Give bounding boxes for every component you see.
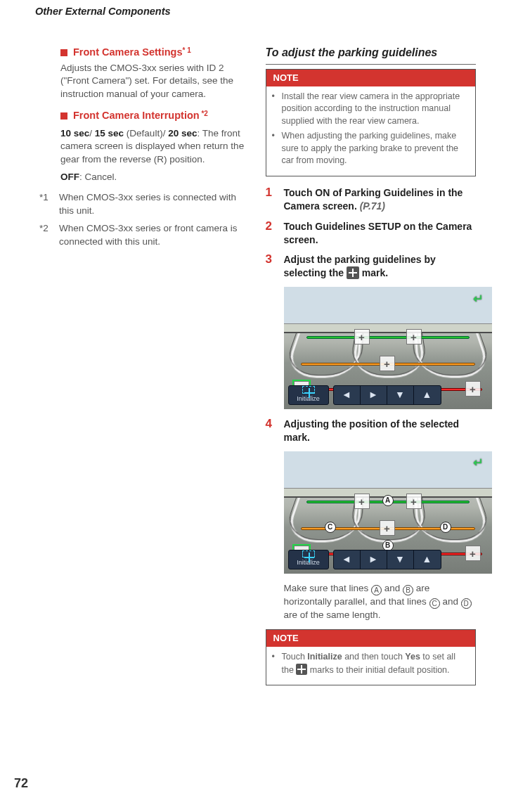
step-text: Touch xyxy=(284,187,316,198)
adjust-guidelines-title: To adjust the parking guidelines xyxy=(266,45,477,64)
back-icon[interactable]: ↵ xyxy=(470,456,488,471)
step-1: 1 Touch ON of Parking Guidelines in the … xyxy=(266,186,477,213)
heading-text: Front Camera Settings xyxy=(73,46,183,58)
step-4: 4 Adjusting the position of the selected… xyxy=(266,418,477,444)
step-text: mark. xyxy=(359,267,388,278)
plus-mark[interactable]: + xyxy=(380,356,395,371)
t: and xyxy=(440,596,461,607)
post-image-note: Make sure that lines A and B are horizon… xyxy=(266,582,477,622)
note-label: NOTE xyxy=(266,70,476,86)
plus-mark[interactable]: + xyxy=(406,494,422,509)
front-camera-interruption-heading: Front Camera Interruption *2 xyxy=(60,108,246,122)
label-A: A xyxy=(382,495,394,506)
plus-mark[interactable]: + xyxy=(380,520,395,536)
front-camera-settings-body: Adjusts the CMOS-3xx series with ID 2 ("… xyxy=(60,62,246,102)
plus-mark[interactable]: + xyxy=(465,381,481,397)
heading-text: Front Camera Interruption xyxy=(73,110,200,121)
step-number: 3 xyxy=(266,253,277,280)
step-number: 1 xyxy=(266,186,277,213)
initialize-icon xyxy=(302,550,315,558)
red-square-bullet-icon xyxy=(60,112,67,120)
note-box-2: NOTE • Touch Initialize and then touch Y… xyxy=(266,629,477,685)
t: and then touch xyxy=(342,652,406,662)
step-3: 3 Adjust the parking guidelines by selec… xyxy=(266,253,477,280)
option-15sec: 15 sec xyxy=(95,128,124,138)
label-C: C xyxy=(325,522,336,533)
circled-C: C xyxy=(429,598,440,609)
front-camera-settings-heading: Front Camera Settings* 1 xyxy=(60,45,246,59)
circled-A: A xyxy=(371,585,382,595)
option-20sec: 20 sec xyxy=(168,128,197,138)
left-column: Front Camera Settings* 1 Adjusts the CMO… xyxy=(35,45,246,695)
parking-slot xyxy=(415,498,492,542)
note-item: •When adjusting the parking guidelines, … xyxy=(272,130,470,167)
parking-slot xyxy=(284,498,361,542)
heading-sup: * 1 xyxy=(183,46,191,54)
note-text: When adjusting the parking guidelines, m… xyxy=(282,130,470,167)
step-body: Adjusting the position of the selected m… xyxy=(284,418,477,444)
footnote-num: *2 xyxy=(39,222,55,249)
circled-D: D xyxy=(461,598,472,609)
t: Touch xyxy=(282,652,308,662)
camera-view-1: + + + + + ↵ Initialize ◄ ► ▼ ▲ xyxy=(284,287,492,409)
opt-default: (Default)/ xyxy=(124,128,168,138)
red-square-bullet-icon xyxy=(60,49,67,56)
arrow-panel: ◄ ► ▼ ▲ xyxy=(333,550,441,569)
touch-guidelines-setup: Guidelines SETUP xyxy=(315,221,401,232)
parking-slot xyxy=(284,333,361,378)
step-body: Touch ON of Parking Guidelines in the Ca… xyxy=(284,186,477,213)
step-text: Adjusting the position of the selected m… xyxy=(284,418,460,443)
step-2: 2 Touch Guidelines SETUP on the Camera s… xyxy=(266,220,477,247)
note-label: NOTE xyxy=(266,630,476,647)
initialize-button[interactable]: Initialize xyxy=(288,550,329,569)
option-off-body: : Cancel. xyxy=(79,172,117,182)
opt-sep: / xyxy=(89,128,95,138)
arrow-right-button[interactable]: ► xyxy=(361,386,387,404)
step-text: Touch xyxy=(284,221,316,232)
arrow-down-button[interactable]: ▼ xyxy=(387,550,414,569)
arrow-up-button[interactable]: ▲ xyxy=(414,386,441,404)
heading-sup: *2 xyxy=(200,110,208,117)
arrow-right-button[interactable]: ► xyxy=(361,550,387,569)
initialize-icon xyxy=(302,386,315,393)
arrow-panel: ◄ ► ▼ ▲ xyxy=(333,385,441,405)
note-text: Touch Initialize and then touch Yes to s… xyxy=(282,651,470,676)
guideline-green xyxy=(306,336,470,339)
page-ref: (P.71) xyxy=(360,200,385,212)
note-text: Install the rear view camera in the appr… xyxy=(282,91,470,128)
arrow-up-button[interactable]: ▲ xyxy=(414,550,441,569)
note-item: •Install the rear view camera in the app… xyxy=(272,91,470,128)
interruption-off: OFF: Cancel. xyxy=(60,171,246,184)
label-D: D xyxy=(440,522,451,533)
parking-slot xyxy=(415,333,492,378)
touch-on: ON xyxy=(315,187,330,198)
arrow-left-button[interactable]: ◄ xyxy=(334,550,361,569)
step-number: 2 xyxy=(266,220,277,247)
plus-mark[interactable]: + xyxy=(354,329,370,344)
plus-mark[interactable]: + xyxy=(406,329,422,344)
footnote-num: *1 xyxy=(39,191,55,218)
plus-mark[interactable]: + xyxy=(465,546,481,561)
plus-mark-icon xyxy=(347,266,359,279)
note-box-1: NOTE •Install the rear view camera in th… xyxy=(266,69,477,176)
touch-yes: Yes xyxy=(405,652,420,662)
step-number: 4 xyxy=(266,418,277,444)
initialize-button[interactable]: Initialize xyxy=(288,385,329,405)
plus-mark-icon xyxy=(296,664,307,675)
footnote-1: *1 When CMOS-3xx series is connected wit… xyxy=(35,191,246,218)
plus-mark[interactable]: + xyxy=(354,494,370,509)
footnote-text: When CMOS-3xx series is connected with t… xyxy=(59,191,246,218)
camera-view-2: + + + + + A B C D ↵ Initialize ◄ ► ▼ ▲ xyxy=(284,451,492,574)
option-10sec: 10 sec xyxy=(60,128,89,138)
interruption-options: 10 sec/ 15 sec (Default)/ 20 sec: The fr… xyxy=(60,127,246,167)
right-column: To adjust the parking guidelines NOTE •I… xyxy=(266,45,477,695)
arrow-down-button[interactable]: ▼ xyxy=(387,386,414,404)
t: are of the same length. xyxy=(284,610,381,620)
back-icon[interactable]: ↵ xyxy=(470,291,488,307)
t: marks to their initial default position. xyxy=(307,665,449,675)
step-text: of xyxy=(330,187,344,198)
footnote-text: When CMOS-3xx series or front camera is … xyxy=(59,222,246,249)
section-header: Other External Components xyxy=(35,0,476,18)
step-body: Adjust the parking guidelines by selecti… xyxy=(284,253,477,280)
arrow-left-button[interactable]: ◄ xyxy=(334,386,361,404)
